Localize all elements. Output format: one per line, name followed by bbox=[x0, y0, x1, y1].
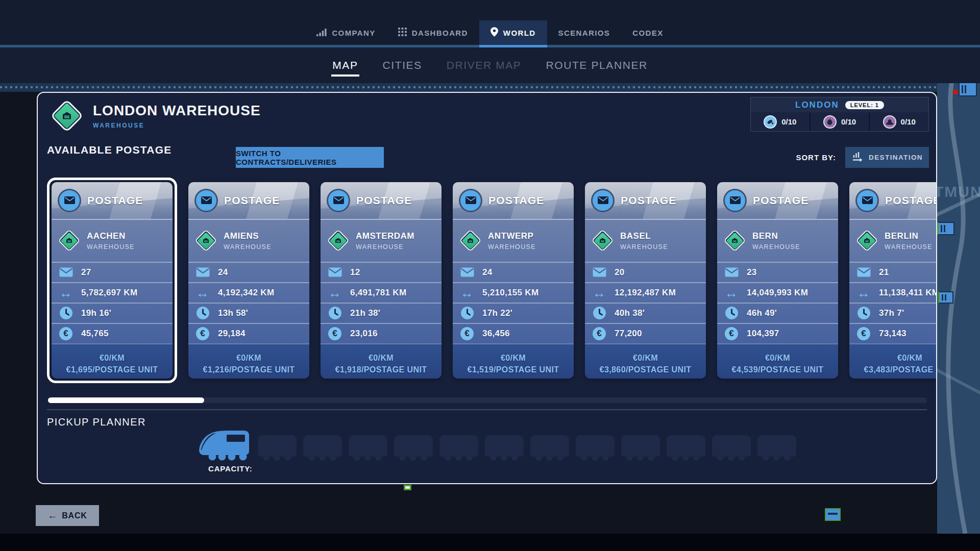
warehouse-diamond-icon bbox=[592, 230, 614, 252]
tab-label: CITIES bbox=[383, 59, 422, 71]
wagon-slot[interactable] bbox=[530, 435, 569, 457]
distance-icon: ↔ bbox=[327, 286, 342, 299]
envelope-badge-icon bbox=[58, 189, 81, 212]
sort-by-label: SORT BY: bbox=[796, 153, 836, 162]
stat-value: 0/10 bbox=[901, 117, 916, 126]
envelope-badge-icon bbox=[591, 189, 615, 212]
envelope-badge-icon bbox=[327, 189, 350, 212]
sort-button[interactable]: DESTINATION bbox=[845, 147, 929, 168]
destination-type: WAREHOUSE bbox=[356, 243, 414, 251]
switch-contracts-button[interactable]: SWITCH TO CONTRACTS/DELIVERIES bbox=[236, 147, 384, 168]
wagon-slot[interactable] bbox=[258, 435, 297, 457]
nav-item-company[interactable]: COMPANY bbox=[305, 20, 386, 45]
destination-type: WAREHOUSE bbox=[752, 243, 800, 251]
destination-city: BERLIN bbox=[885, 231, 933, 241]
section-divider bbox=[47, 409, 927, 410]
distance-value: 11,138,411 KM bbox=[879, 288, 937, 298]
city-level-pill: LEVEL: 1 bbox=[845, 101, 884, 109]
map-city-label: TMUN bbox=[937, 183, 980, 201]
card-title: POSTAGE bbox=[356, 194, 412, 207]
rate-per-km: €0/KM bbox=[897, 354, 922, 363]
tab-map[interactable]: MAP bbox=[332, 59, 358, 71]
postage-units: 24 bbox=[218, 267, 228, 278]
clock-icon bbox=[195, 306, 210, 320]
nav-item-scenarios[interactable]: SCENARIOS bbox=[547, 20, 622, 45]
card-scrollbar-thumb[interactable] bbox=[48, 397, 204, 403]
tab-driver-map[interactable]: DRIVER MAP bbox=[447, 59, 522, 71]
euro-icon: € bbox=[459, 327, 475, 340]
wagon-slot[interactable] bbox=[667, 435, 705, 457]
rate-per-km: €0/KM bbox=[501, 354, 526, 363]
euro-icon: € bbox=[592, 327, 607, 340]
pickup-train-row bbox=[197, 429, 796, 461]
postage-units: 20 bbox=[615, 267, 625, 278]
nav-label: SCENARIOS bbox=[558, 29, 610, 37]
world-map-strip: TMUN bbox=[937, 83, 980, 534]
bottom-letterbox-bar bbox=[0, 534, 980, 551]
wagon-slot[interactable] bbox=[757, 435, 796, 457]
nav-label: DASHBOARD bbox=[412, 29, 468, 37]
wagon-slot[interactable] bbox=[303, 435, 342, 457]
duration-value: 13h 58' bbox=[218, 308, 248, 318]
nav-item-codex[interactable]: CODEX bbox=[621, 20, 674, 45]
distance-value: 5,782,697 KM bbox=[81, 288, 137, 298]
mail-icon bbox=[195, 267, 210, 277]
euro-icon: € bbox=[58, 327, 74, 340]
distance-icon: ↔ bbox=[58, 286, 74, 299]
envelope-badge-icon bbox=[459, 189, 482, 212]
sort-icon bbox=[851, 151, 864, 164]
postage-card[interactable]: POSTAGE AACHENWAREHOUSE 27 ↔5,782,697 KM… bbox=[52, 182, 173, 379]
postage-card[interactable]: POSTAGE ANTWERPWAREHOUSE 24 ↔5,210,155 K… bbox=[453, 182, 574, 379]
postage-card[interactable]: POSTAGE BERNWAREHOUSE 23 ↔14,049,993 KM … bbox=[717, 182, 838, 379]
postage-card[interactable]: POSTAGE BERLINWAREHOUSE 21 ↔11,138,411 K… bbox=[849, 182, 937, 379]
distance-value: 6,491,781 KM bbox=[350, 288, 406, 298]
mail-icon bbox=[459, 267, 475, 277]
train-icon bbox=[764, 115, 777, 129]
postage-units: 27 bbox=[81, 267, 91, 278]
rate-per-unit: €3,483/POSTAGE UNIT bbox=[864, 365, 937, 374]
wagon-slot[interactable] bbox=[576, 435, 615, 457]
payout-value: 36,456 bbox=[482, 329, 510, 339]
distance-value: 14,049,993 KM bbox=[747, 288, 808, 298]
postage-card-list: POSTAGE AACHENWAREHOUSE 27 ↔5,782,697 KM… bbox=[47, 177, 937, 384]
stat-value: 0/10 bbox=[841, 117, 856, 126]
postage-card[interactable]: POSTAGE AMSTERDAMWAREHOUSE 12 ↔6,491,781… bbox=[321, 182, 442, 379]
map-train-icon bbox=[937, 222, 954, 235]
euro-icon: € bbox=[327, 327, 342, 340]
top-navbar: COMPANY DASHBOARD WORLD SCENARIOS CODEX bbox=[0, 0, 980, 45]
map-train-icon bbox=[825, 508, 841, 521]
destination-city: AMSTERDAM bbox=[356, 231, 414, 241]
postage-card[interactable]: POSTAGE AMIENSWAREHOUSE 24 ↔4,192,342 KM… bbox=[188, 182, 309, 379]
map-poi-icon bbox=[404, 485, 411, 490]
city-stat: 0/10 bbox=[869, 112, 928, 131]
clock-icon bbox=[724, 306, 739, 320]
rate-per-unit: €1,519/POSTAGE UNIT bbox=[468, 365, 559, 374]
destination-type: WAREHOUSE bbox=[885, 243, 933, 251]
nav-label: CODEX bbox=[632, 29, 663, 37]
postage-card[interactable]: POSTAGE BASELWAREHOUSE 20 ↔12,192,487 KM… bbox=[585, 182, 706, 379]
destination-type: WAREHOUSE bbox=[87, 243, 135, 251]
tab-route-planner[interactable]: ROUTE PLANNER bbox=[546, 59, 647, 71]
sort-value: DESTINATION bbox=[869, 154, 923, 161]
card-scrollbar-track[interactable] bbox=[48, 397, 927, 403]
nav-item-dashboard[interactable]: DASHBOARD bbox=[387, 20, 479, 45]
nav-item-world[interactable]: WORLD bbox=[479, 20, 547, 45]
rate-per-unit: €4,539/POSTAGE UNIT bbox=[732, 365, 824, 374]
wagon-slot[interactable] bbox=[621, 435, 660, 457]
city-stat: 0/10 bbox=[751, 112, 810, 131]
selected-card-frame: POSTAGE AACHENWAREHOUSE 27 ↔5,782,697 KM… bbox=[47, 178, 177, 383]
wagon-slot[interactable] bbox=[394, 435, 433, 457]
back-button[interactable]: ← BACK bbox=[36, 505, 99, 526]
duration-value: 37h 7' bbox=[879, 308, 904, 318]
bar-chart-icon bbox=[316, 28, 327, 38]
wagon-slot[interactable] bbox=[712, 435, 751, 457]
clock-icon bbox=[592, 306, 607, 320]
tab-cities[interactable]: CITIES bbox=[383, 59, 422, 71]
wagon-slot[interactable] bbox=[349, 435, 387, 457]
wagon-slot[interactable] bbox=[439, 435, 478, 457]
nav-label: WORLD bbox=[503, 29, 536, 37]
wagon-slot[interactable] bbox=[485, 435, 524, 457]
rate-per-unit: €1,695/POSTAGE UNIT bbox=[66, 365, 158, 374]
rate-per-km: €0/KM bbox=[633, 354, 658, 363]
destination-type: WAREHOUSE bbox=[620, 243, 668, 251]
